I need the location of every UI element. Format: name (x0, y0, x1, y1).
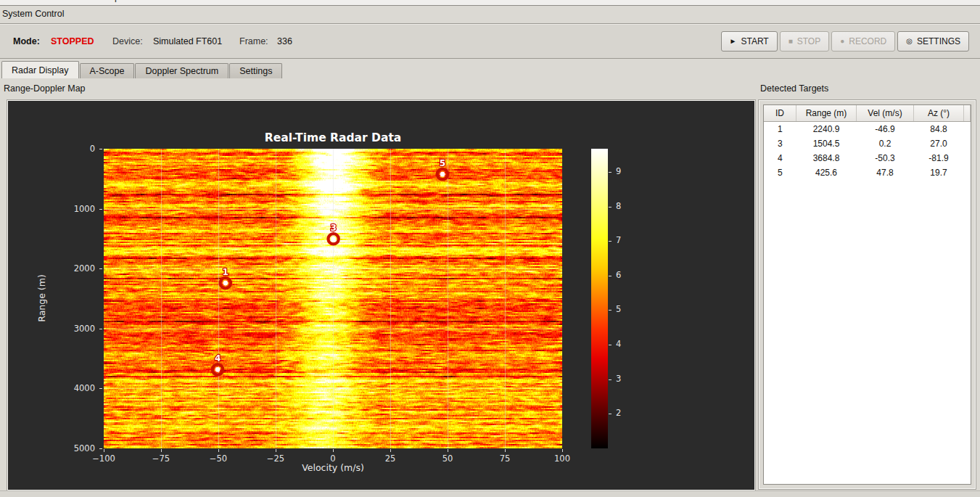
table-cell: 425.6 (796, 165, 857, 180)
table-cell: 84.8 (914, 122, 964, 137)
colorbar-tick-label: 8 (616, 201, 621, 211)
table-cell: 1504.5 (796, 136, 857, 151)
colorbar-tick-mark (609, 207, 612, 208)
start-button[interactable]: ► START (721, 31, 778, 52)
table-cell: 19.7 (914, 165, 964, 180)
control-button-bar: ► START ■ STOP ● RECORD ◎ SETTINGS (721, 31, 969, 52)
y-tick-label: 5000 (8, 443, 95, 453)
y-tick-label: 4000 (8, 383, 95, 393)
table-cell: 3684.8 (796, 151, 857, 165)
x-tick-label: 75 (500, 453, 511, 464)
x-tick-mark (104, 449, 104, 452)
table-cell: 4 (764, 151, 796, 165)
y-tick-label: 0 (8, 144, 95, 154)
colorbar-tick-mark (609, 172, 612, 173)
system-control-group-label: System Control (2, 9, 64, 19)
colorbar-tick-mark (609, 276, 612, 276)
table-cell: 27.0 (914, 136, 964, 151)
targets-table: IDRange (m)Vel (m/s)Az (°) 12240.9-46.98… (764, 105, 971, 180)
range-doppler-map-label: Range-Doppler Map (4, 83, 86, 94)
play-icon: ► (730, 37, 737, 45)
colorbar-tick-mark (609, 310, 612, 311)
table-row[interactable]: 12240.9-46.984.8 (764, 122, 971, 137)
colorbar-tick-label: 7 (616, 235, 621, 245)
x-tick-mark (448, 449, 448, 452)
heatmap-canvas (104, 149, 562, 448)
y-tick-mark (99, 268, 102, 269)
x-tick-label: 50 (442, 453, 453, 464)
column-header-filler (964, 105, 971, 122)
menu-item-file[interactable]: File (0, 0, 28, 4)
stop-button-label: STOP (797, 36, 820, 46)
x-tick-mark (218, 449, 219, 452)
menu-items: FileViewToolsHelp (0, 0, 126, 4)
tab-a-scope[interactable]: A-Scope (80, 63, 135, 78)
record-button-label: RECORD (849, 36, 886, 46)
frame-value: 336 (277, 36, 292, 46)
menu-item-view[interactable]: View (28, 0, 60, 4)
start-button-label: START (741, 36, 768, 46)
y-tick-mark (99, 149, 102, 149)
tab-bar: Radar DisplayA-ScopeDoppler SpectrumSett… (1, 62, 283, 78)
colorbar-tick-mark (609, 379, 612, 380)
targets-list-view[interactable]: IDRange (m)Vel (m/s)Az (°) 12240.9-46.98… (763, 104, 971, 485)
table-cell: 1 (764, 122, 796, 137)
column-header-az[interactable]: Az (°) (914, 105, 964, 122)
menu-item-tools[interactable]: Tools (60, 0, 94, 4)
colorbar (591, 149, 608, 448)
y-tick-label: 2000 (8, 263, 95, 274)
column-header-velms[interactable]: Vel (m/s) (857, 105, 914, 122)
gear-icon: ◎ (906, 37, 913, 45)
x-tick-mark (333, 449, 334, 452)
colorbar-tick-label: 9 (616, 166, 621, 176)
colorbar-tick-mark (609, 241, 612, 242)
table-row[interactable]: 43684.8-50.3-81.9 (764, 151, 971, 165)
tab-doppler-spectrum[interactable]: Doppler Spectrum (135, 63, 228, 78)
x-tick-label: 25 (385, 453, 396, 464)
settings-button[interactable]: ◎ SETTINGS (897, 31, 969, 52)
column-header-id[interactable]: ID (764, 105, 796, 122)
detected-targets-label: Detected Targets (760, 83, 828, 94)
table-cell: -50.3 (857, 151, 914, 165)
colorbar-tick-label: 4 (616, 339, 621, 349)
table-cell: 5 (764, 165, 796, 180)
menu-bar: FileViewToolsHelp (0, 0, 980, 6)
detected-targets-panel: IDRange (m)Vel (m/s)Az (°) 12240.9-46.98… (759, 100, 976, 489)
y-tick-label: 3000 (8, 324, 95, 334)
x-tick-mark (390, 449, 391, 452)
menu-item-help[interactable]: Help (94, 0, 126, 4)
range-doppler-plot: Real-Time Radar Data Velocity (m/s) Rang… (7, 100, 755, 490)
table-cell: -81.9 (914, 151, 964, 165)
status-bar (0, 490, 980, 497)
colorbar-tick-label: 6 (616, 270, 621, 280)
table-cell: 2240.9 (796, 122, 857, 137)
x-tick-mark (276, 449, 276, 452)
y-axis-label: Range (m) (36, 274, 47, 322)
stop-icon: ■ (788, 37, 793, 45)
device-label: Device: (112, 36, 143, 46)
table-cell: 47.8 (857, 165, 914, 180)
table-row[interactable]: 5425.647.819.7 (764, 165, 971, 180)
tab-settings[interactable]: Settings (229, 63, 282, 78)
x-tick-label: −25 (267, 453, 284, 464)
record-button[interactable]: ● RECORD (831, 31, 895, 52)
colorbar-tick-mark (609, 414, 612, 414)
y-tick-mark (99, 329, 102, 329)
settings-button-label: SETTINGS (917, 36, 960, 46)
x-tick-mark (562, 449, 563, 452)
mode-status-value: STOPPED (51, 36, 94, 46)
x-tick-mark (505, 449, 506, 452)
table-cell: 0.2 (857, 136, 914, 151)
record-dot-icon: ● (840, 37, 844, 45)
tab-radar-display[interactable]: Radar Display (1, 61, 79, 78)
y-tick-mark (99, 209, 102, 210)
x-tick-label: 100 (554, 453, 570, 464)
x-tick-label: −75 (152, 453, 170, 464)
table-cell: -46.9 (857, 122, 914, 137)
x-tick-label: −50 (210, 453, 227, 464)
stop-button[interactable]: ■ STOP (780, 31, 830, 52)
table-row[interactable]: 31504.50.227.0 (764, 136, 971, 151)
colorbar-tick-label: 2 (616, 408, 621, 418)
column-header-rangem[interactable]: Range (m) (796, 105, 857, 122)
plot-title: Real-Time Radar Data (265, 131, 402, 144)
